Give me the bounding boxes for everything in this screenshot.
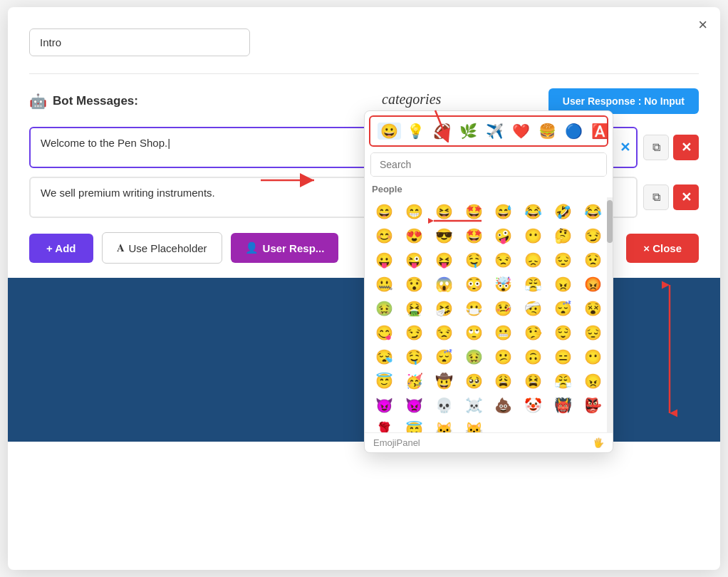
emoji-btn[interactable]: 😟: [578, 249, 607, 271]
emoji-btn[interactable]: 🤩: [459, 200, 488, 223]
emoji-btn[interactable]: 💀: [430, 394, 459, 417]
emoji-btn[interactable]: 🥺: [459, 370, 488, 393]
emoji-btn[interactable]: 🤩: [459, 224, 488, 247]
copy-button-2[interactable]: ⧉: [643, 184, 669, 210]
emoji-cat-travel[interactable]: ✈️: [483, 123, 506, 140]
emoji-btn[interactable]: 😄: [370, 200, 399, 223]
user-resp-button[interactable]: 👤 User Resp...: [231, 233, 339, 263]
emoji-btn[interactable]: 😍: [400, 224, 429, 247]
emoji-btn[interactable]: 🤡: [519, 394, 548, 417]
emoji-btn[interactable]: 🥳: [400, 370, 429, 393]
emoji-cat-food[interactable]: 🍔: [536, 123, 559, 140]
delete-button-2[interactable]: ✕: [673, 184, 699, 210]
emoji-btn[interactable]: 🙄: [459, 321, 488, 344]
emoji-btn[interactable]: 🤤: [459, 249, 488, 271]
emoji-btn[interactable]: 😏: [400, 321, 429, 344]
emoji-btn[interactable]: 😆: [430, 200, 459, 223]
emoji-btn[interactable]: 🤠: [430, 370, 459, 393]
scrollbar-thumb[interactable]: [607, 200, 613, 243]
emoji-cat-sports[interactable]: 🏈: [430, 123, 454, 140]
emoji-btn[interactable]: 👹: [549, 394, 578, 417]
emoji-btn[interactable]: 😌: [549, 321, 578, 344]
emoji-btn[interactable]: 😴: [430, 345, 459, 368]
emoji-btn[interactable]: 🤧: [430, 297, 459, 320]
emoji-btn[interactable]: 😏: [578, 224, 607, 247]
emoji-btn[interactable]: 😎: [430, 224, 459, 247]
add-button[interactable]: + Add: [29, 234, 93, 263]
emoji-btn[interactable]: 👿: [400, 394, 429, 417]
emoji-btn[interactable]: 🤒: [489, 297, 518, 320]
emoji-btn[interactable]: 🤢: [370, 297, 399, 320]
emoji-btn[interactable]: 😛: [370, 249, 399, 271]
emoji-btn[interactable]: 😡: [578, 273, 607, 296]
emoji-btn[interactable]: 🤥: [519, 321, 548, 344]
emoji-btn[interactable]: 😋: [370, 321, 399, 344]
emoji-btn[interactable]: 🙃: [519, 345, 548, 368]
emoji-btn[interactable]: 😵: [578, 297, 607, 320]
emoji-btn[interactable]: 🤪: [489, 224, 518, 247]
emoji-search-input[interactable]: [371, 153, 606, 176]
emoji-cat-letters[interactable]: 🅰️: [588, 123, 612, 140]
emoji-btn[interactable]: 😇: [370, 370, 399, 393]
emoji-btn[interactable]: 🤐: [370, 273, 399, 296]
emoji-btn[interactable]: 😁: [400, 200, 429, 223]
close-bottom-button[interactable]: × Close: [626, 234, 699, 263]
emoji-cat-symbols[interactable]: 🔵: [562, 123, 586, 140]
copy-button-1[interactable]: ⧉: [643, 135, 669, 160]
emoji-btn[interactable]: 💩: [489, 394, 518, 417]
emoji-btn[interactable]: 😜: [400, 249, 429, 271]
emoji-btn[interactable]: 🤯: [489, 273, 518, 296]
emoji-btn[interactable]: 😅: [489, 200, 518, 223]
emoji-cat-people[interactable]: 😀: [378, 123, 401, 140]
emoji-categories: 😀 💡 🏈 🌿 ✈️ ❤️ 🍔 🔵 🅰️: [369, 115, 608, 147]
emoji-btn[interactable]: 😳: [459, 273, 488, 296]
emoji-btn[interactable]: 😬: [489, 321, 518, 344]
emoji-btn[interactable]: 😶: [519, 224, 548, 247]
emoji-btn[interactable]: 😤: [519, 273, 548, 296]
emoji-cat-hearts[interactable]: ❤️: [509, 123, 533, 140]
emoji-btn[interactable]: 😝: [430, 249, 459, 271]
emoji-btn[interactable]: ☠️: [459, 394, 488, 417]
emoji-btn[interactable]: 😒: [430, 321, 459, 344]
emoji-btn[interactable]: 😔: [578, 321, 607, 344]
emoji-btn[interactable]: 😞: [519, 249, 548, 271]
emoji-btn[interactable]: 😴: [549, 297, 578, 320]
emoji-btn[interactable]: 😤: [549, 370, 578, 393]
clear-message-button-1[interactable]: ✕: [620, 140, 630, 155]
emoji-btn[interactable]: 😪: [370, 345, 399, 368]
emoji-btn[interactable]: 😇: [400, 418, 429, 432]
emoji-btn[interactable]: 😠: [578, 370, 607, 393]
emoji-btn[interactable]: 😊: [370, 224, 399, 247]
emoji-btn[interactable]: 😑: [549, 345, 578, 368]
emoji-btn[interactable]: 😺: [459, 418, 488, 432]
emoji-btn[interactable]: 😷: [459, 297, 488, 320]
emoji-cat-nature[interactable]: 🌿: [457, 123, 480, 140]
emoji-btn[interactable]: 🤕: [519, 297, 548, 320]
emoji-btn[interactable]: 👺: [578, 394, 607, 417]
intro-input[interactable]: [29, 28, 250, 56]
emoji-btn[interactable]: 😂: [519, 200, 548, 223]
emoji-btn[interactable]: 😫: [519, 370, 548, 393]
emoji-btn[interactable]: 😕: [489, 345, 518, 368]
emoji-btn[interactable]: 🐱: [430, 418, 459, 432]
emoji-btn[interactable]: 😠: [549, 273, 578, 296]
emoji-btn[interactable]: 🤢: [459, 345, 488, 368]
emoji-btn[interactable]: 😯: [400, 273, 429, 296]
close-modal-button[interactable]: ×: [698, 17, 707, 33]
emoji-btn[interactable]: 😈: [370, 394, 399, 417]
emoji-btn[interactable]: 🤣: [549, 200, 578, 223]
emoji-btn[interactable]: 😶: [578, 345, 607, 368]
emoji-cat-objects[interactable]: 💡: [404, 123, 427, 140]
emoji-btn[interactable]: 😩: [489, 370, 518, 393]
emoji-btn[interactable]: 🤤: [400, 345, 429, 368]
emoji-btn[interactable]: 🤔: [549, 224, 578, 247]
emoji-btn[interactable]: 🤮: [400, 297, 429, 320]
emoji-btn[interactable]: 😂: [578, 200, 607, 223]
placeholder-button[interactable]: 𝐀 Use Placeholder: [102, 232, 222, 264]
emoji-btn[interactable]: 😱: [430, 273, 459, 296]
modal: × 🤖 Bot Messages: User Response : No Inp…: [8, 7, 720, 570]
emoji-btn[interactable]: 😔: [549, 249, 578, 271]
delete-button-1[interactable]: ✕: [673, 135, 699, 160]
emoji-btn[interactable]: 😒: [489, 249, 518, 271]
emoji-btn[interactable]: 🌹: [370, 418, 399, 432]
